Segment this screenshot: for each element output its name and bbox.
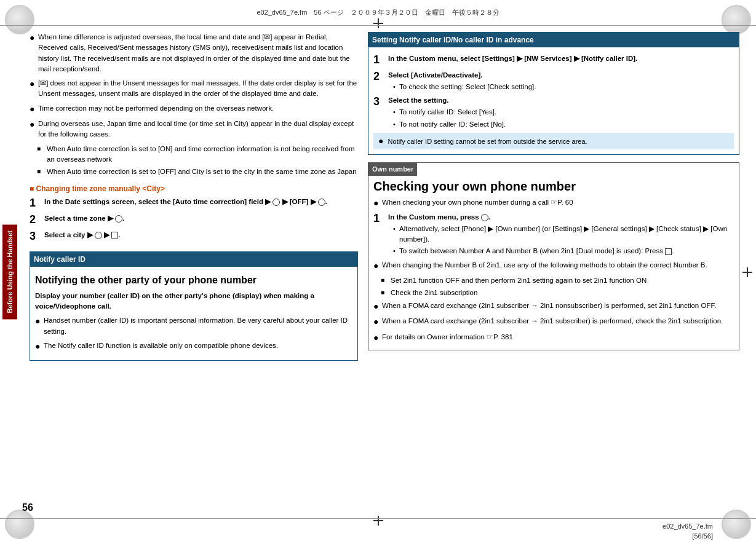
side-tab-label: Before Using the Handset [2, 224, 17, 319]
own-number-section: Own number Checking your own phone numbe… [368, 162, 739, 350]
setting-step-text-3: Select the setting. [388, 95, 734, 106]
own-step-sub-1a: • Alternatively, select [Phone] ▶ [Own n… [393, 224, 734, 245]
own-step-content-1: In the Custom menu, press . • Alternativ… [386, 212, 734, 257]
step-text-2: Select a time zone ▶ . [42, 213, 358, 224]
sub-bullet-text-2: To check the setting: Select [Check sett… [399, 82, 536, 92]
step-text-3: Select a city ▶ ▶ . [42, 230, 358, 240]
own-bullet-2: ● When a FOMA card exchange (2in1 subscr… [373, 301, 734, 313]
setting-step-content-2: Select [Activate/Deactivate]. • To check… [386, 70, 734, 93]
setting-step-sub-3a: • To notify caller ID: Select [Yes]. [393, 107, 734, 117]
setting-step-content-3: Select the setting. • To notify caller I… [386, 95, 734, 130]
page-number: 56 [22, 502, 33, 513]
own-sq-2: ■ Check the 2in1 subscription [381, 288, 734, 298]
top-metadata-bar: e02_dv65_7e.fm 56 ページ ２００９年３月２０日 金曜日 午後５… [0, 0, 756, 26]
notify-content: Notifying the other party of your phone … [30, 270, 357, 360]
side-tab: Before Using the Handset [0, 0, 20, 544]
own-step-text-1: In the Custom menu, press . [388, 212, 734, 223]
bullet-item-3: ● Time correction may not be performed d… [30, 103, 358, 116]
right-column: Setting Notify caller ID/No caller ID in… [368, 32, 739, 512]
setting-note: ● Notify caller ID setting cannot be set… [373, 133, 734, 150]
own-number-heading: Checking your own phone number [373, 178, 734, 194]
notify-bullet-dot-2: ● [35, 341, 41, 353]
step-num-3: 3 [30, 230, 42, 243]
setting-section: Setting Notify caller ID/No caller ID in… [368, 32, 739, 155]
notify-bullet-text-2: The Notify caller ID function is availab… [44, 341, 278, 351]
step-num-2: 2 [30, 213, 42, 227]
bullet-item-1: ● When time difference is adjusted overs… [30, 32, 358, 74]
sq-dot-2: ■ [37, 167, 44, 176]
setting-step-num-1: 1 [373, 53, 386, 67]
notify-heading: Notifying the other party of your phone … [35, 274, 352, 287]
own-step-1: 1 In the Custom menu, press . • Alternat… [373, 212, 734, 257]
bottom-bar: e02_dv65_7e.fm[56/56] [0, 518, 756, 544]
own-number-tag: Own number [368, 163, 417, 176]
sq-text-1: When Auto time correction is set to [ON]… [47, 144, 358, 165]
own-sq-1: ■ Set 2in1 function OFF and then perform… [381, 275, 734, 286]
main-content: ● When time difference is adjusted overs… [22, 27, 751, 517]
setting-content: 1 In the Custom menu, select [Settings] … [368, 51, 739, 154]
own-step-num-1: 1 [373, 212, 386, 226]
own-bullet-4: ● For details on Owner information ☞P. 3… [373, 332, 734, 344]
bottom-right-text: e02_dv65_7e.fm[56/56] [662, 522, 713, 541]
bullet-text-4: During overseas use, Japan time and loca… [38, 119, 358, 140]
setting-step-num-2: 2 [373, 70, 386, 84]
step-2: 2 Select a time zone ▶ . [30, 213, 358, 227]
setting-step-1: 1 In the Custom menu, select [Settings] … [373, 53, 734, 67]
sq-text-2: When Auto time correction is set to [OFF… [47, 167, 357, 177]
step-3: 3 Select a city ▶ ▶ . [30, 230, 358, 243]
bullet-dot-3: ● [30, 103, 36, 116]
notify-bullet-1: ● Handset number (caller ID) is importan… [35, 315, 352, 337]
own-step-sub-1b: • To switch between Number A and Number … [393, 246, 734, 256]
bullet-item-4: ● During overseas use, Japan time and lo… [30, 119, 358, 140]
notify-description: Display your number (caller ID) on the o… [35, 291, 352, 312]
left-column: ● When time difference is adjusted overs… [30, 32, 358, 512]
setting-step-3: 3 Select the setting. • To notify caller… [373, 95, 734, 130]
bullet-text-3: Time correction may not be performed dep… [38, 103, 358, 114]
setting-step-2: 2 Select [Activate/Deactivate]. • To che… [373, 70, 734, 93]
own-number-content: Checking your own phone number ● When ch… [368, 176, 739, 350]
notify-bullet-dot-1: ● [35, 315, 41, 328]
setting-step-text-2: Select [Activate/Deactivate]. [388, 70, 734, 81]
setting-step-sub-2: • To check the setting: Select [Check se… [393, 82, 734, 92]
setting-step-text-1: In the Custom menu, select [Settings] ▶ … [386, 53, 734, 64]
own-bullet-3: ● When a FOMA card exchange (2in1 subscr… [373, 316, 734, 328]
own-number-intro: ● When checking your own phone number du… [373, 197, 734, 210]
own-bullet-1: ● When changing the Number B of 2in1, us… [373, 260, 734, 272]
notify-tag: Notify caller ID [30, 252, 357, 267]
changing-heading: ■ Changing time zone manually <City> [30, 183, 358, 194]
bullet-item-2: ● [✉] does not appear in the Unsent mess… [30, 78, 358, 100]
sub-bullet-dot-2: • [393, 82, 399, 92]
sq-dot-1: ■ [37, 144, 44, 154]
top-bar-text: e02_dv65_7e.fm 56 ページ ２００９年３月２０日 金曜日 午後５… [257, 8, 499, 17]
bullet-text-1: When time difference is adjusted oversea… [38, 32, 358, 74]
bullet-text-2: [✉] does not appear in the Unsent messag… [38, 78, 358, 100]
setting-title: Setting Notify caller ID/No caller ID in… [368, 33, 739, 47]
notify-bullet-text-1: Handset number (caller ID) is important … [44, 315, 352, 337]
step-num-1: 1 [30, 197, 42, 210]
notify-section: Notify caller ID Notifying the other par… [30, 251, 358, 360]
bullet-dot-1: ● [30, 32, 36, 44]
step-1: 1 In the Date settings screen, select th… [30, 197, 358, 210]
step-text-1: In the Date settings screen, select the … [42, 197, 358, 207]
bullet-dot-2: ● [30, 78, 36, 90]
sq-item-2: ■ When Auto time correction is set to [O… [37, 167, 358, 177]
bullet-dot-4: ● [30, 119, 36, 131]
changing-section: ■ Changing time zone manually <City> 1 I… [30, 183, 358, 243]
setting-step-num-3: 3 [373, 95, 386, 109]
setting-step-sub-3b: • To not notify caller ID: Select [No]. [393, 119, 734, 130]
notify-bullet-2: ● The Notify caller ID function is avail… [35, 341, 352, 353]
sq-item-1: ■ When Auto time correction is set to [O… [37, 144, 358, 165]
